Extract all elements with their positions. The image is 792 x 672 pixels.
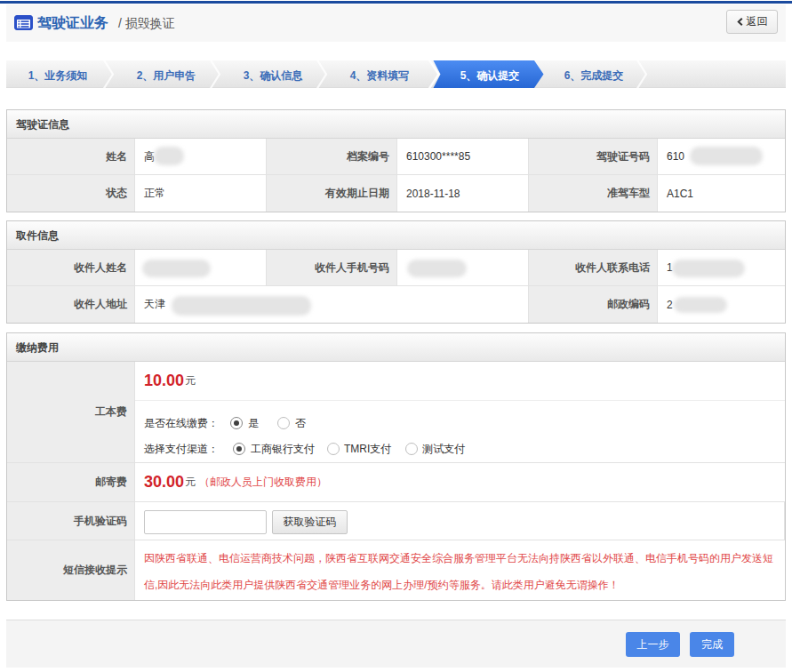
svg-text:3、确认信息: 3、确认信息 bbox=[244, 69, 304, 82]
svg-text:1、业务须知: 1、业务须知 bbox=[28, 69, 88, 82]
svg-text:2、用户申告: 2、用户申告 bbox=[137, 69, 196, 82]
svg-text:4、资料填写: 4、资料填写 bbox=[350, 69, 410, 82]
svg-text:6、完成提交: 6、完成提交 bbox=[564, 69, 624, 82]
svg-text:5、确认提交: 5、确认提交 bbox=[460, 69, 520, 82]
